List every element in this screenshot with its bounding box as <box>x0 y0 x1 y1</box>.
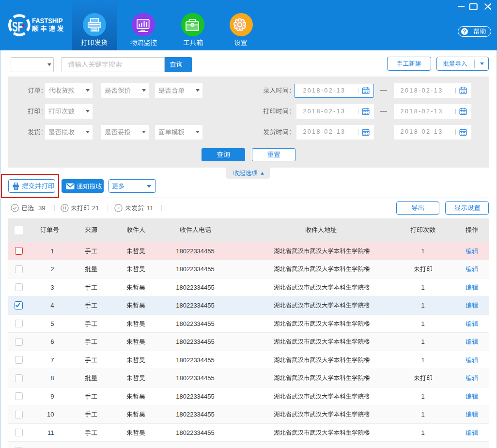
svg-text:FASTSHIP: FASTSHIP <box>32 17 63 24</box>
svg-text:SF: SF <box>12 18 23 34</box>
